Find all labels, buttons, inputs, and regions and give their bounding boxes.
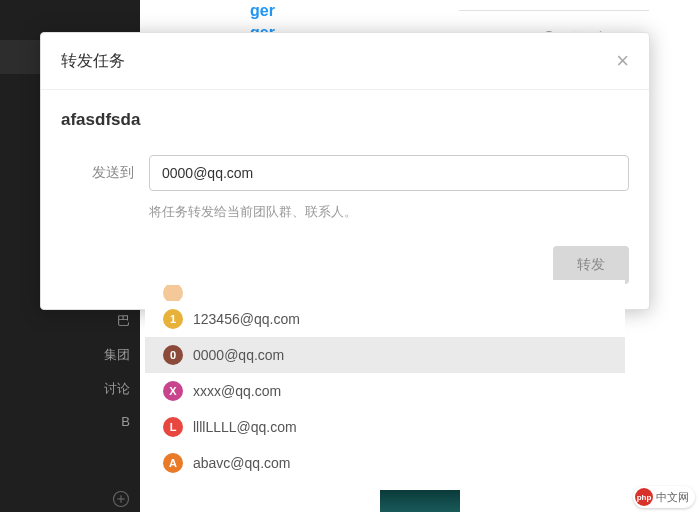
php-icon: php: [635, 488, 653, 506]
watermark-text: 中文网: [656, 490, 689, 505]
send-to-row: 发送到 将任务转发给当前团队群、联系人。: [61, 155, 629, 221]
avatar-icon: 0: [163, 345, 183, 365]
watermark: php 中文网: [633, 486, 695, 508]
add-icon[interactable]: [112, 490, 130, 511]
contact-label: llllLLLL@qq.com: [193, 419, 297, 435]
contact-label: abavc@qq.com: [193, 455, 290, 471]
task-name: afasdfsda: [61, 110, 629, 130]
sidebar-item[interactable]: B: [0, 406, 140, 437]
modal-footer: 转发: [61, 246, 629, 284]
forward-button[interactable]: 转发: [553, 246, 629, 284]
contact-dropdown: 1 123456@qq.com 0 0000@qq.com X xxxx@qq.…: [145, 280, 625, 481]
form-hint: 将任务转发给当前团队群、联系人。: [149, 203, 629, 221]
sidebar-item[interactable]: 讨论: [0, 372, 140, 406]
sidebar-item[interactable]: 集团: [0, 338, 140, 372]
send-to-label: 发送到: [61, 155, 149, 182]
avatar-icon: 1: [163, 309, 183, 329]
thumbnail: [380, 490, 460, 512]
modal-header: 转发任务 ×: [41, 33, 649, 90]
avatar-icon: L: [163, 417, 183, 437]
modal-title: 转发任务: [61, 51, 125, 72]
dropdown-item[interactable]: A abavc@qq.com: [145, 445, 625, 481]
dropdown-item[interactable]: 0 0000@qq.com: [145, 337, 625, 373]
dropdown-item[interactable]: L llllLLLL@qq.com: [145, 409, 625, 445]
link[interactable]: ger: [250, 0, 699, 22]
dropdown-item[interactable]: X xxxx@qq.com: [145, 373, 625, 409]
contact-label: xxxx@qq.com: [193, 383, 281, 399]
recipient-input[interactable]: [149, 155, 629, 191]
avatar-icon: [163, 285, 183, 301]
avatar-icon: X: [163, 381, 183, 401]
contact-label: 123456@qq.com: [193, 311, 300, 327]
avatar-icon: A: [163, 453, 183, 473]
form-field: 将任务转发给当前团队群、联系人。: [149, 155, 629, 221]
forward-modal: 转发任务 × afasdfsda 发送到 将任务转发给当前团队群、联系人。 转发: [40, 32, 650, 310]
dropdown-item[interactable]: [145, 285, 625, 301]
divider: [459, 10, 649, 11]
dropdown-item[interactable]: 1 123456@qq.com: [145, 301, 625, 337]
modal-body: afasdfsda 发送到 将任务转发给当前团队群、联系人。 转发: [41, 90, 649, 309]
close-icon[interactable]: ×: [616, 48, 629, 74]
contact-label: 0000@qq.com: [193, 347, 284, 363]
